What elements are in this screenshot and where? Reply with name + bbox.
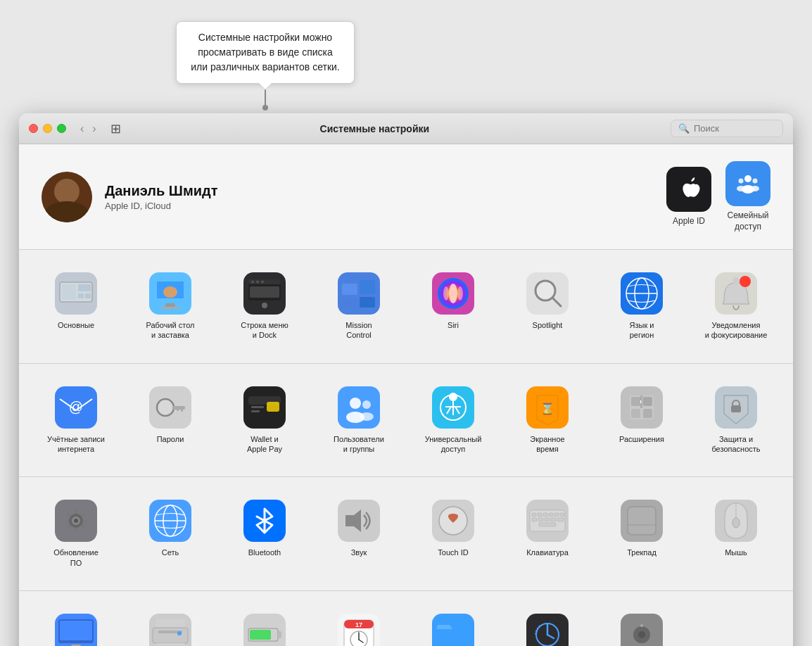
grid-item-network[interactable]: Сеть: [125, 491, 216, 576]
access-label: Универсальный доступ: [425, 434, 482, 455]
update-icon: [55, 500, 97, 542]
spotlight-label: Spotlight: [533, 320, 563, 330]
svg-point-23: [262, 303, 267, 308]
grid-row-2: Обновление ПОСетьBluetoothЗвукTouch IDКл…: [19, 477, 793, 591]
svg-rect-50: [251, 410, 260, 412]
monitors-icon: [55, 614, 97, 646]
svg-rect-10: [85, 293, 91, 298]
avatar[interactable]: [42, 172, 92, 222]
svg-rect-67: [731, 405, 741, 412]
svg-point-18: [251, 281, 254, 284]
osnov-label: Основные: [58, 320, 94, 330]
siri-icon: [432, 272, 474, 315]
profile-info: Даниэль Шмидт Apple ID, iCloud: [105, 183, 666, 211]
svg-rect-99: [156, 619, 185, 628]
siri-label: Siri: [448, 320, 459, 330]
svg-rect-100: [153, 628, 188, 643]
family-button[interactable]: Семейный доступ: [725, 161, 770, 232]
grid-item-desktop[interactable]: Рабочий стол и заставка: [125, 264, 216, 349]
apple-id-icon: [666, 167, 711, 212]
grid-item-lang[interactable]: Язык и регион: [596, 264, 687, 349]
svg-rect-91: [628, 507, 656, 535]
grid-item-osnov[interactable]: Основные: [30, 264, 122, 349]
grid-item-siri[interactable]: Siri: [407, 264, 499, 349]
mission-label: Mission Control: [345, 320, 372, 341]
grid-item-screentime[interactable]: ⌛Экранное время: [502, 378, 593, 463]
svg-rect-82: [549, 513, 553, 517]
content-area: Даниэль Шмидт Apple ID, iCloud Apple ID: [19, 144, 793, 646]
grid-item-startdisk[interactable]: Загрузочный диск: [596, 605, 687, 646]
svg-point-55: [449, 393, 457, 401]
sound-label: Звук: [351, 547, 367, 557]
grid-item-monitors[interactable]: Мониторы: [30, 605, 122, 646]
grid-item-trackpad[interactable]: Трекпад: [596, 491, 687, 576]
grid-item-access[interactable]: Универсальный доступ: [407, 378, 499, 463]
grid-item-wallet[interactable]: Wallet и Apple Pay: [219, 378, 310, 463]
apple-id-button[interactable]: Apple ID: [666, 167, 711, 227]
tooltip-dot: [262, 105, 268, 110]
profile-right-icons: Apple ID Семейный доступ: [666, 161, 770, 232]
svg-point-19: [256, 281, 259, 284]
svg-rect-27: [360, 297, 375, 308]
svg-rect-79: [532, 513, 536, 517]
grid-item-extensions[interactable]: Расширения: [596, 378, 687, 463]
family-icon: [725, 161, 770, 206]
window-title: Системные настройки: [84, 123, 665, 134]
grid-item-sound[interactable]: Звук: [313, 491, 405, 576]
network-label: Сеть: [162, 547, 179, 557]
grid-item-spotlight[interactable]: Spotlight: [502, 264, 593, 349]
svg-point-120: [638, 631, 645, 638]
grid-item-notif[interactable]: Уведомления и фокусирование: [690, 264, 782, 349]
minimize-button[interactable]: [43, 124, 52, 133]
battery-icon: [243, 614, 286, 646]
svg-rect-87: [545, 518, 550, 521]
svg-point-31: [457, 286, 463, 300]
svg-text:@: @: [69, 399, 83, 414]
svg-point-3: [737, 186, 745, 191]
grid-item-security[interactable]: Защита и безопасность: [690, 378, 782, 463]
accounts-icon: @: [55, 386, 97, 429]
grid-item-users[interactable]: Пользователи и группы: [313, 378, 405, 463]
grid-item-timemachine[interactable]: Time Machine: [502, 605, 593, 646]
svg-rect-83: [554, 513, 559, 517]
menubar-label: Строка меню и Dock: [241, 320, 288, 341]
wallet-label: Wallet и Apple Pay: [247, 434, 282, 455]
grid-item-menubar[interactable]: Строка меню и Dock: [219, 264, 310, 349]
security-icon: [715, 386, 757, 429]
svg-rect-101: [156, 643, 185, 646]
main-window: ‹ › ⊞ Системные настройки 🔍 Даниэль Шмид…: [19, 113, 793, 646]
svg-rect-38: [732, 277, 740, 284]
grid-row-3: МониторыПринтеры и сканерыАккумулятор17Д…: [19, 591, 793, 646]
maximize-button[interactable]: [57, 124, 66, 133]
svg-text:⌛: ⌛: [540, 402, 554, 415]
svg-rect-81: [543, 513, 547, 517]
grid-item-passwords[interactable]: Пароли: [125, 378, 216, 463]
grid-item-sharing[interactable]: Общий доступ: [407, 605, 499, 646]
search-input[interactable]: [694, 123, 771, 134]
svg-point-42: [157, 399, 174, 416]
desktop-label: Рабочий стол и заставка: [146, 320, 194, 341]
grid-item-touchid[interactable]: Touch ID: [407, 491, 499, 576]
svg-rect-44: [181, 406, 183, 412]
grid-item-datetime[interactable]: 17Дата и время: [313, 605, 405, 646]
svg-line-33: [552, 298, 561, 306]
grid-item-update[interactable]: Обновление ПО: [30, 491, 122, 576]
grid-item-empty[interactable]: [690, 605, 782, 646]
trackpad-label: Трекпад: [627, 547, 656, 557]
grid-item-battery[interactable]: Аккумулятор: [219, 605, 310, 646]
svg-rect-66: [643, 409, 652, 418]
search-icon: 🔍: [678, 123, 690, 134]
grid-item-keyboard[interactable]: Клавиатура: [502, 491, 593, 576]
svg-point-0: [744, 175, 751, 182]
tooltip-bubble: Системные настройки можно просматривать …: [176, 21, 354, 84]
grid-item-bluetooth[interactable]: Bluetooth: [219, 491, 310, 576]
grid-item-accounts[interactable]: @Учётные записи интернета: [30, 378, 122, 463]
svg-rect-49: [251, 406, 264, 408]
grid-item-mission[interactable]: Mission Control: [313, 264, 405, 349]
icon-grid: ОсновныеРабочий стол и заставкаСтрока ме…: [19, 250, 793, 646]
grid-item-printers[interactable]: Принтеры и сканеры: [125, 605, 216, 646]
grid-item-mouse[interactable]: Мышь: [690, 491, 782, 576]
printers-icon: [149, 614, 191, 646]
close-button[interactable]: [29, 124, 38, 133]
sharing-icon: [432, 614, 474, 646]
